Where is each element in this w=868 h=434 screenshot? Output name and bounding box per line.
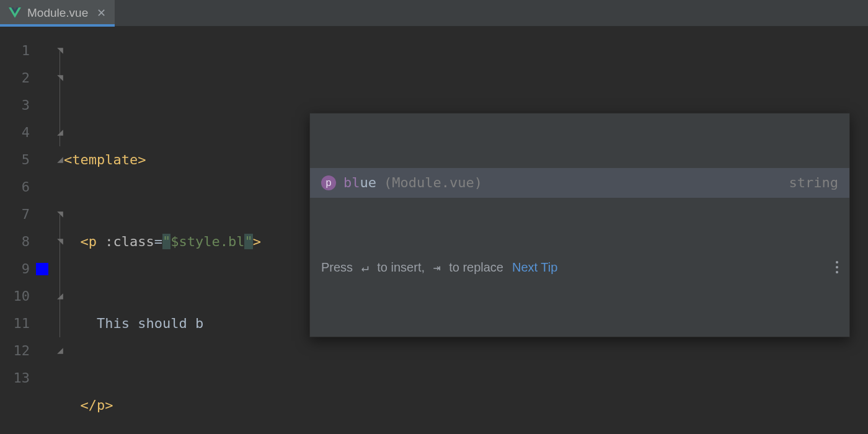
fold-open-icon[interactable]: [56, 211, 64, 218]
completion-type: string: [789, 169, 838, 197]
close-icon[interactable]: ✕: [97, 6, 106, 20]
fold-close-icon[interactable]: [56, 347, 64, 355]
tab-filename: Module.vue: [27, 6, 88, 20]
fold-close-icon[interactable]: [56, 156, 64, 164]
fold-gutter: [30, 26, 64, 434]
completion-item[interactable]: p blue (Module.vue) string: [310, 168, 849, 198]
next-tip-link[interactable]: Next Tip: [512, 254, 557, 281]
tab-bar: Module.vue ✕: [0, 0, 868, 26]
code-editor[interactable]: 1 2 3 4 5 6 7 8 9 10 11 12 13 <template>…: [0, 26, 868, 434]
completion-hint-bar: Press ↵ to insert, ⇥ to replace Next Tip: [310, 252, 849, 282]
fold-close-icon[interactable]: [56, 129, 64, 136]
completion-origin: (Module.vue): [384, 169, 482, 197]
fold-open-icon[interactable]: [56, 238, 64, 246]
fold-open-icon[interactable]: [56, 74, 64, 82]
vue-file-icon: [9, 7, 21, 19]
code-content[interactable]: <template> <p :class="$style.bl"> This s…: [64, 26, 868, 434]
editor-tab[interactable]: Module.vue ✕: [0, 0, 115, 26]
completion-name: blue: [343, 169, 376, 197]
more-options-icon[interactable]: [836, 261, 838, 273]
property-icon: p: [321, 175, 336, 190]
completion-popup: p blue (Module.vue) string Press ↵ to in…: [309, 113, 850, 337]
line-number-gutter: 1 2 3 4 5 6 7 8 9 10 11 12 13: [0, 26, 30, 434]
fold-close-icon[interactable]: [56, 293, 64, 300]
color-swatch[interactable]: [36, 263, 48, 275]
fold-open-icon[interactable]: [56, 47, 64, 55]
current-line-highlight: [0, 53, 868, 81]
